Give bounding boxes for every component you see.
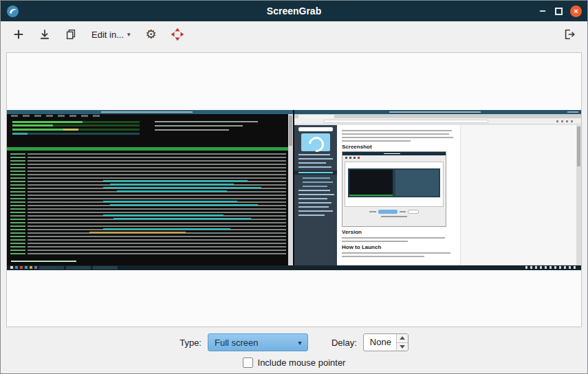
type-label: Type: bbox=[179, 338, 202, 348]
taskbar-icon bbox=[10, 266, 13, 269]
manual-text-line bbox=[342, 241, 408, 242]
type-combobox[interactable]: Full screen ▾ bbox=[208, 333, 308, 351]
edit-in-chevron-icon: ▾ bbox=[127, 31, 131, 38]
delay-spinbox-value: None bbox=[364, 334, 396, 351]
delay-spinbox[interactable]: None bbox=[363, 333, 409, 351]
settings-gear-icon: ⚙ bbox=[145, 28, 156, 41]
manual-sidebar bbox=[294, 125, 337, 265]
htop-tasks-text bbox=[155, 121, 258, 122]
htop-swap-meter bbox=[12, 133, 140, 135]
quit-button[interactable] bbox=[560, 25, 579, 44]
terminal-scrollbar bbox=[288, 114, 293, 265]
titlebar[interactable]: ScreenGrab – × bbox=[1, 1, 587, 21]
edit-in-label: Edit in... bbox=[91, 30, 124, 40]
sidebar-nav-item bbox=[298, 206, 329, 208]
taskbar-icon bbox=[30, 266, 32, 269]
manual-text-line bbox=[342, 133, 449, 135]
taskbar-icon bbox=[34, 266, 37, 269]
spin-down-button[interactable] bbox=[397, 343, 408, 351]
sidebar-nav-item bbox=[298, 190, 330, 191]
captured-taskbar bbox=[7, 265, 581, 270]
taskbar-icon bbox=[20, 266, 23, 269]
spin-up-button[interactable] bbox=[397, 334, 408, 343]
terminal-path-line bbox=[103, 214, 224, 216]
nested-type-label bbox=[369, 211, 376, 212]
terminal-menubar bbox=[11, 115, 100, 117]
sidebar-nav-item bbox=[298, 210, 333, 212]
nested-browser-thumb bbox=[395, 170, 439, 196]
new-screenshot-icon bbox=[12, 28, 25, 41]
terminal-scrollbar-thumb bbox=[289, 116, 292, 146]
manual-text-line bbox=[342, 140, 411, 142]
taskbar-window-button bbox=[39, 266, 64, 270]
save-button[interactable] bbox=[35, 25, 54, 44]
nested-preview-panel bbox=[345, 162, 444, 207]
nested-controls bbox=[342, 208, 446, 215]
terminal-path-line bbox=[103, 201, 237, 202]
terminal-window bbox=[7, 114, 293, 265]
sidebar-nav-item bbox=[298, 202, 331, 204]
terminal-path-line bbox=[103, 180, 248, 182]
nested-toolbar-icon bbox=[353, 157, 356, 159]
taskbar-icon bbox=[15, 266, 18, 269]
edit-in-button[interactable]: Edit in... ▾ bbox=[87, 25, 135, 44]
htop-cpu-meter bbox=[12, 124, 140, 126]
sidebar-nav-item bbox=[298, 154, 330, 155]
sidebar-nav-item-selected-label bbox=[298, 172, 333, 173]
manual-text-line bbox=[342, 237, 445, 239]
nested-checkbox-row bbox=[381, 216, 407, 217]
firefox-navbar bbox=[294, 118, 581, 124]
htop-header-row bbox=[7, 147, 288, 151]
maximize-button[interactable] bbox=[555, 8, 563, 15]
htop-uptime-text bbox=[155, 129, 229, 131]
screenshot-preview: Screenshot bbox=[7, 110, 581, 270]
firefox-window: Screenshot bbox=[294, 114, 581, 265]
firefox-scrollbar-thumb bbox=[577, 126, 580, 166]
sidebar-nav-item bbox=[298, 198, 327, 199]
manual-heading-how-to-launch: How to Launch bbox=[342, 244, 455, 250]
copy-button[interactable] bbox=[61, 25, 80, 44]
manual-text-line bbox=[342, 252, 450, 254]
screengrab-app-icon bbox=[170, 27, 185, 42]
minimize-button[interactable]: – bbox=[538, 6, 547, 16]
include-pointer-checkbox[interactable] bbox=[243, 358, 253, 368]
quit-icon bbox=[563, 28, 576, 41]
type-combobox-value: Full screen bbox=[208, 338, 292, 348]
htop-pid-column bbox=[10, 153, 25, 256]
preview-panel: Screenshot bbox=[6, 52, 582, 327]
sidebar-nav-item bbox=[298, 214, 325, 216]
screengrab-window: ScreenGrab – × Edit in... ▾ bbox=[0, 0, 588, 374]
sidebar-nav-subitem bbox=[303, 177, 330, 179]
firefox-scrollbar bbox=[576, 125, 581, 265]
manual-text-line bbox=[342, 137, 453, 138]
manual-text-line bbox=[342, 256, 424, 257]
sidebar-nav-item-selected bbox=[294, 170, 337, 175]
manual-search-box bbox=[298, 127, 333, 131]
nested-toolbar-icon bbox=[349, 157, 351, 159]
nested-delay-spin bbox=[408, 210, 419, 214]
window-title: ScreenGrab bbox=[1, 6, 587, 16]
screengrab-app-button[interactable] bbox=[168, 25, 187, 44]
terminal-path-line bbox=[110, 184, 234, 185]
combo-chevron-icon: ▾ bbox=[292, 339, 307, 346]
manual-heading-screenshot: Screenshot bbox=[342, 144, 455, 150]
nested-toolbar-icon bbox=[345, 157, 347, 159]
taskbar-window-button bbox=[66, 266, 91, 270]
firefox-content-area: Screenshot bbox=[294, 125, 581, 265]
sidebar-nav-subitem bbox=[303, 182, 333, 183]
htop-mem-meter bbox=[12, 129, 140, 131]
nested-type-combo bbox=[378, 210, 398, 214]
close-button[interactable]: × bbox=[570, 6, 582, 17]
nested-preview-image bbox=[348, 168, 440, 197]
include-pointer-row: Include mouse pointer bbox=[243, 358, 346, 368]
terminal-path-line bbox=[103, 228, 230, 230]
taskbar-icon bbox=[25, 266, 28, 269]
settings-button[interactable]: ⚙ bbox=[142, 25, 161, 44]
taskbar-tray bbox=[525, 266, 578, 269]
new-screenshot-button[interactable] bbox=[9, 25, 28, 44]
include-pointer-label[interactable]: Include mouse pointer bbox=[258, 358, 346, 368]
terminal-highlight-line bbox=[89, 232, 186, 233]
nested-terminal-thumb bbox=[349, 170, 393, 196]
save-icon bbox=[39, 28, 51, 41]
nested-screengrab-window bbox=[342, 151, 446, 227]
